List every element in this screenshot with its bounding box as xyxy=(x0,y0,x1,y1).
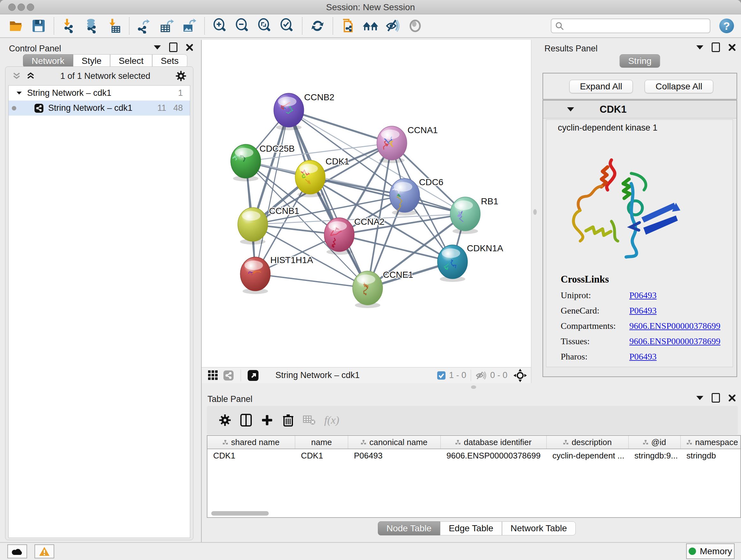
tab-style[interactable]: Style xyxy=(73,54,110,68)
search-input[interactable] xyxy=(551,18,711,33)
collapse-all-icon[interactable] xyxy=(12,71,21,81)
tab-string[interactable]: String xyxy=(619,54,660,68)
crosslink-link[interactable]: P06493 xyxy=(629,352,657,362)
table-cell[interactable]: 9606.ENSP00000378699 xyxy=(441,449,547,462)
hide-panel-eye-icon[interactable] xyxy=(385,17,401,34)
zoom-fit-icon[interactable] xyxy=(256,17,273,34)
column-header-name[interactable]: name xyxy=(295,436,348,449)
zoom-in-icon[interactable] xyxy=(212,17,228,34)
hidden-eye-icon[interactable] xyxy=(475,371,487,380)
gear-icon[interactable] xyxy=(175,70,187,82)
column-header-description[interactable]: description xyxy=(547,436,629,449)
panel-menu-icon[interactable] xyxy=(696,45,703,50)
column-header-database-identifier[interactable]: database identifier xyxy=(441,436,547,449)
tab-network[interactable]: Network xyxy=(23,54,73,68)
table-row[interactable]: CDK1CDK1P064939606.ENSP00000378699cyclin… xyxy=(207,449,740,462)
footer-separator xyxy=(241,370,241,381)
tab-edge-table[interactable]: Edge Table xyxy=(440,521,502,536)
tab-select[interactable]: Select xyxy=(110,54,152,68)
column-header-shared-name[interactable]: shared name xyxy=(207,436,295,449)
memory-button[interactable]: Memory xyxy=(686,543,735,559)
shared-column-icon xyxy=(687,440,692,445)
toolbar-separator xyxy=(54,17,54,35)
tab-network-table[interactable]: Network Table xyxy=(502,521,576,536)
close-panel-icon[interactable] xyxy=(728,44,736,51)
add-column-icon[interactable] xyxy=(259,412,275,428)
shared-column-icon xyxy=(643,440,648,445)
network-tree-parent-row[interactable]: String Network – cdk1 1 xyxy=(9,85,190,101)
tab-node-table[interactable]: Node Table xyxy=(378,521,440,536)
export-table-icon[interactable] xyxy=(158,17,175,34)
column-header--id[interactable]: @id xyxy=(629,436,681,449)
close-panel-icon[interactable] xyxy=(186,44,193,51)
collection-count: 1 xyxy=(178,88,183,98)
open-session-icon[interactable] xyxy=(8,17,24,34)
cloud-status-button[interactable] xyxy=(7,544,27,558)
import-network-file-icon[interactable] xyxy=(61,17,77,34)
tree-expand-icon[interactable] xyxy=(16,90,23,97)
table-cell[interactable]: stringdb:9... xyxy=(629,449,681,462)
float-panel-icon[interactable] xyxy=(169,43,178,52)
splitter-handle[interactable] xyxy=(471,385,476,389)
table-hscrollbar[interactable] xyxy=(211,511,269,516)
table-cell[interactable]: stringdb xyxy=(681,449,741,462)
panel-menu-icon[interactable] xyxy=(696,396,703,400)
panel-menu-icon[interactable] xyxy=(154,45,161,50)
memory-label: Memory xyxy=(700,546,732,557)
export-image-icon[interactable] xyxy=(181,17,198,34)
home-icon[interactable] xyxy=(362,17,379,34)
table-cell[interactable]: P06493 xyxy=(348,449,441,462)
crosslink-link[interactable]: P06493 xyxy=(629,306,657,316)
string-network-graph[interactable]: CCNB2CCNA1CDC25BCDK1CDC6RB1CCNB1CCNA2CDK… xyxy=(202,40,531,367)
horizontal-splitter[interactable] xyxy=(202,383,741,391)
table-settings-gear-icon[interactable] xyxy=(217,412,233,428)
float-panel-icon[interactable] xyxy=(712,43,720,52)
network-canvas[interactable]: CCNB2CCNA1CDC25BCDK1CDC6RB1CCNB1CCNA2CDK… xyxy=(202,40,531,367)
import-network-database-icon[interactable] xyxy=(83,17,100,34)
show-columns-icon[interactable] xyxy=(238,412,254,428)
zoom-out-icon[interactable] xyxy=(234,17,251,34)
help-button[interactable]: ? xyxy=(719,18,734,33)
refresh-icon[interactable] xyxy=(309,17,326,34)
crosslink-link[interactable]: 9606.ENSP00000378699 xyxy=(629,321,720,331)
splitter-handle[interactable] xyxy=(533,209,537,215)
float-panel-icon[interactable] xyxy=(712,393,720,402)
network-file-manager-icon[interactable] xyxy=(340,17,356,34)
crosslinks-section: CrossLinks Uniprot:P06493GeneCard:P06493… xyxy=(561,273,720,362)
column-header-canonical-name[interactable]: canonical name xyxy=(348,436,441,449)
eye-sphere-icon xyxy=(407,17,423,34)
collapse-all-button[interactable]: Collapse All xyxy=(645,80,713,93)
table-cell[interactable]: cyclin-dependent ... xyxy=(547,449,629,462)
svg-text:CDC25B: CDC25B xyxy=(259,144,294,153)
svg-text:CCNA1: CCNA1 xyxy=(408,125,438,135)
close-panel-icon[interactable] xyxy=(728,394,736,401)
search-icon xyxy=(555,22,564,30)
expand-all-button[interactable]: Expand All xyxy=(569,80,633,93)
column-header-namespace[interactable]: namespace xyxy=(681,436,741,449)
network-status-dot xyxy=(12,106,16,111)
expand-all-icon[interactable] xyxy=(26,71,36,81)
export-network-icon[interactable] xyxy=(136,17,153,34)
zoom-selected-icon[interactable] xyxy=(279,17,295,34)
collapse-section-icon[interactable] xyxy=(567,107,574,111)
crosslink-link[interactable]: 9606.ENSP00000378699 xyxy=(629,336,720,347)
crosslink-link[interactable]: P06493 xyxy=(629,290,657,300)
gene-section-header[interactable]: CDK1 xyxy=(543,101,737,118)
delete-column-trash-icon[interactable] xyxy=(280,412,296,428)
tab-sets[interactable]: Sets xyxy=(152,54,187,68)
fit-selected-crosshair-icon[interactable] xyxy=(513,368,527,382)
birds-eye-view-icon[interactable] xyxy=(207,369,219,382)
network-tree: String Network – cdk1 1 String Network –… xyxy=(8,85,190,538)
warning-status-button[interactable] xyxy=(35,544,54,558)
import-table-file-icon[interactable] xyxy=(106,17,122,34)
table-cell[interactable]: CDK1 xyxy=(207,449,295,462)
network-tree-row-selected[interactable]: String Network – cdk1 11 48 xyxy=(9,101,190,116)
memory-status-dot xyxy=(689,548,696,555)
vertical-splitter[interactable] xyxy=(531,40,539,383)
network-overview-icon[interactable] xyxy=(222,369,235,382)
detach-view-icon[interactable] xyxy=(247,369,259,382)
network-list-container: 1 of 1 Network selected String Network –… xyxy=(5,66,193,540)
table-cell[interactable]: CDK1 xyxy=(295,449,348,462)
selected-checkbox-icon[interactable] xyxy=(437,371,446,380)
save-session-icon[interactable] xyxy=(30,17,47,34)
